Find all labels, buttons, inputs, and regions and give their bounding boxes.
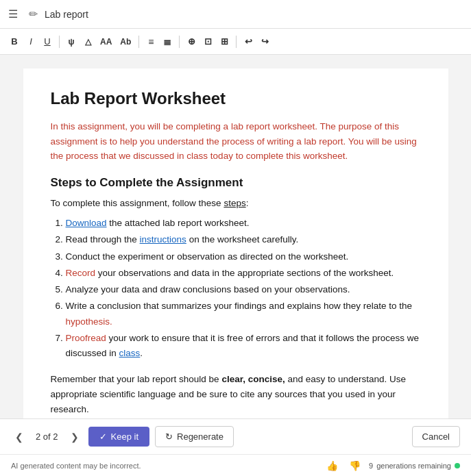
numbered-list-button[interactable]: ≣: [160, 34, 175, 49]
image-button[interactable]: ⊡: [200, 34, 215, 49]
generations-remaining: 9 generations remaining: [369, 462, 460, 470]
list-item: Analyze your data and draw conclusions b…: [66, 282, 421, 297]
regenerate-icon: ↻: [165, 431, 173, 442]
document-heading: Lab Report Worksheet: [51, 89, 421, 108]
keep-check-icon: ✓: [99, 431, 107, 442]
steps-intro-text: To complete this assignment, follow thes…: [51, 197, 421, 210]
font-size-button[interactable]: AA: [97, 35, 115, 49]
generations-label: generations remaining: [376, 462, 451, 470]
document-area: Lab Report Worksheet In this assignment,…: [23, 68, 448, 418]
thumbs-down-button[interactable]: 👎: [346, 459, 363, 473]
toolbar-separator-3: [179, 36, 180, 48]
editor-toolbar: B I U ψ △ AA Ab ≡ ≣ ⊕ ⊡ ⊞ ↩ ↪: [0, 29, 471, 55]
table-button[interactable]: ⊞: [217, 34, 232, 49]
list-item: Proofread your work to ensure that it is…: [66, 331, 421, 362]
status-dot-icon: [455, 463, 460, 468]
next-button[interactable]: ❯: [67, 429, 83, 445]
list-item: Record your observations and data in the…: [66, 266, 421, 281]
toolbar-separator-4: [236, 36, 237, 48]
strikethrough-button[interactable]: ψ: [64, 35, 79, 49]
regenerate-button-label: Regenerate: [177, 431, 224, 442]
keep-button-label: Keep it: [111, 431, 138, 442]
regenerate-button[interactable]: ↻ Regenerate: [155, 426, 234, 447]
list-item: Write a conclusion that summarizes your …: [66, 299, 421, 329]
bottom-nav-bar: ❮ 2 of 2 ❯ ✓ Keep it ↻ Regenerate Cancel: [0, 418, 471, 454]
link-button[interactable]: ⊕: [184, 34, 199, 49]
italic-button[interactable]: I: [23, 34, 38, 49]
thumbs-up-button[interactable]: 👍: [324, 459, 341, 473]
font-style-button[interactable]: Ab: [117, 35, 134, 49]
edit-icon: ✏: [29, 8, 38, 21]
toolbar-separator-1: [59, 36, 60, 48]
main-content-area: Lab Report Worksheet In this assignment,…: [0, 55, 471, 418]
page-indicator: 2 of 2: [36, 431, 58, 442]
highlight-button[interactable]: △: [80, 35, 95, 49]
list-item: Download the attached lab report workshe…: [66, 216, 421, 231]
list-item: Conduct the experiment or observation as…: [66, 249, 421, 264]
top-bar: ☰ ✏ Lab report: [0, 0, 471, 29]
redo-button[interactable]: ↪: [257, 34, 272, 49]
generations-count: 9: [369, 462, 373, 470]
remember-paragraph: Remember that your lab report should be …: [51, 372, 421, 416]
steps-list: Download the attached lab report workshe…: [66, 216, 421, 361]
list-item: Read through the instructions on the wor…: [66, 232, 421, 247]
bullet-list-button[interactable]: ≡: [143, 34, 158, 49]
prev-button[interactable]: ❮: [11, 429, 27, 445]
cancel-button[interactable]: Cancel: [412, 426, 460, 447]
ai-disclaimer-text: AI generated content may be incorrect.: [11, 462, 318, 470]
steps-heading: Steps to Complete the Assignment: [51, 176, 421, 190]
intro-paragraph: In this assignment, you will be completi…: [51, 119, 421, 164]
underline-button[interactable]: U: [40, 34, 55, 49]
footer-bar: AI generated content may be incorrect. 👍…: [0, 454, 471, 476]
bold-button[interactable]: B: [7, 34, 22, 49]
document-title-topbar: Lab report: [45, 9, 88, 20]
sidebar-toggle-icon[interactable]: ☰: [8, 8, 18, 21]
keep-button[interactable]: ✓ Keep it: [88, 427, 149, 447]
toolbar-separator-2: [138, 36, 139, 48]
undo-button[interactable]: ↩: [241, 34, 256, 49]
